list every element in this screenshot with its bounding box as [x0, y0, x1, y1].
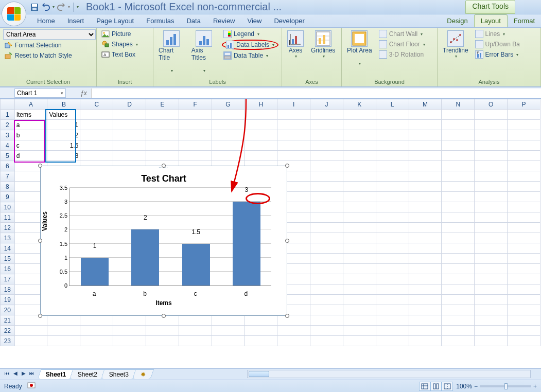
cell[interactable]	[245, 110, 277, 120]
cell[interactable]	[113, 151, 146, 161]
cell[interactable]	[508, 315, 540, 326]
cell[interactable]	[376, 254, 409, 264]
row-header[interactable]: 4	[1, 140, 15, 151]
chart-title[interactable]: Test Chart	[41, 169, 287, 185]
resize-handle[interactable]	[38, 314, 42, 318]
cell[interactable]	[113, 336, 146, 346]
data-label[interactable]: 3	[233, 186, 260, 193]
cell[interactable]	[376, 202, 409, 212]
row-header[interactable]: 5	[1, 151, 15, 161]
cell[interactable]	[343, 182, 376, 192]
cell[interactable]	[376, 243, 409, 254]
tab-developer[interactable]: Developer	[268, 15, 310, 27]
cell[interactable]	[376, 315, 409, 326]
cell[interactable]	[442, 305, 475, 315]
cell[interactable]	[508, 130, 540, 140]
cell[interactable]	[475, 171, 508, 182]
data-label[interactable]: 2	[131, 214, 159, 221]
column-header[interactable]: G	[212, 99, 245, 110]
cell[interactable]	[508, 336, 540, 346]
cell[interactable]	[310, 284, 343, 295]
cell[interactable]	[508, 120, 540, 130]
cell[interactable]	[442, 274, 475, 284]
cell[interactable]	[508, 171, 540, 182]
sheet-tab-3[interactable]: Sheet3	[101, 369, 137, 379]
cell[interactable]	[47, 336, 80, 346]
column-header[interactable]: F	[179, 99, 212, 110]
cell[interactable]	[475, 264, 508, 274]
cell[interactable]	[442, 140, 475, 151]
cell[interactable]	[113, 315, 146, 326]
cell[interactable]	[409, 223, 442, 233]
cell[interactable]	[245, 130, 277, 140]
cell[interactable]	[80, 140, 113, 151]
legend-button[interactable]: Legend	[222, 29, 278, 39]
cell[interactable]	[475, 326, 508, 336]
cell[interactable]	[245, 326, 277, 336]
cell[interactable]	[343, 202, 376, 212]
cell[interactable]	[277, 315, 310, 326]
resize-handle[interactable]	[162, 164, 166, 168]
column-header[interactable]: H	[245, 99, 277, 110]
cell[interactable]	[409, 151, 442, 161]
cell[interactable]	[343, 243, 376, 254]
undo-icon[interactable]	[41, 3, 50, 12]
cell[interactable]	[310, 305, 343, 315]
cell[interactable]	[310, 151, 343, 161]
cell[interactable]	[343, 140, 376, 151]
cell[interactable]	[475, 284, 508, 295]
cell[interactable]	[508, 305, 540, 315]
row-header[interactable]: 15	[1, 254, 15, 264]
cell[interactable]	[376, 223, 409, 233]
cell[interactable]	[179, 336, 212, 346]
data-label[interactable]: 1.5	[182, 228, 210, 236]
cell[interactable]	[376, 171, 409, 182]
cell[interactable]	[409, 264, 442, 274]
cell[interactable]	[475, 151, 508, 161]
cell[interactable]	[376, 110, 409, 120]
cell[interactable]	[475, 140, 508, 151]
next-sheet-icon[interactable]: ▶	[20, 370, 28, 379]
cell[interactable]	[442, 120, 475, 130]
cell[interactable]	[343, 274, 376, 284]
chart-bar[interactable]	[131, 229, 159, 286]
column-header[interactable]: K	[343, 99, 376, 110]
page-layout-view-button[interactable]	[430, 382, 442, 391]
cell[interactable]	[80, 110, 113, 120]
cell[interactable]	[475, 295, 508, 305]
macro-record-icon[interactable]	[27, 381, 36, 391]
cell[interactable]	[277, 120, 310, 130]
cell[interactable]	[508, 264, 540, 274]
cell[interactable]	[80, 151, 113, 161]
format-selection-button[interactable]: Format Selection	[3, 41, 93, 50]
chart-element-selector[interactable]: Chart Area	[3, 29, 96, 40]
resize-handle[interactable]	[38, 239, 42, 243]
cell[interactable]	[475, 202, 508, 212]
column-header[interactable]: O	[475, 99, 508, 110]
reset-to-match-style-button[interactable]: Reset to Match Style	[3, 51, 93, 60]
cell[interactable]	[80, 120, 113, 130]
cell[interactable]	[442, 336, 475, 346]
row-header[interactable]: 6	[1, 161, 15, 171]
cell[interactable]	[442, 284, 475, 295]
cell[interactable]	[310, 223, 343, 233]
cell[interactable]	[442, 326, 475, 336]
tab-layout[interactable]: Layout	[474, 14, 508, 27]
cell[interactable]	[113, 326, 146, 336]
cell[interactable]	[508, 243, 540, 254]
cell[interactable]	[475, 274, 508, 284]
cell[interactable]	[146, 151, 179, 161]
cell[interactable]	[343, 130, 376, 140]
save-icon[interactable]	[30, 3, 39, 12]
row-header[interactable]: 1	[1, 110, 15, 120]
cell[interactable]	[343, 264, 376, 274]
cell[interactable]	[508, 254, 540, 264]
cell[interactable]	[310, 182, 343, 192]
cell[interactable]	[277, 110, 310, 120]
cell[interactable]	[245, 120, 277, 130]
cell[interactable]	[179, 110, 212, 120]
chart-title-button[interactable]: Chart Title	[156, 29, 186, 74]
cell[interactable]	[343, 233, 376, 243]
cell[interactable]	[409, 140, 442, 151]
cell[interactable]	[508, 223, 540, 233]
